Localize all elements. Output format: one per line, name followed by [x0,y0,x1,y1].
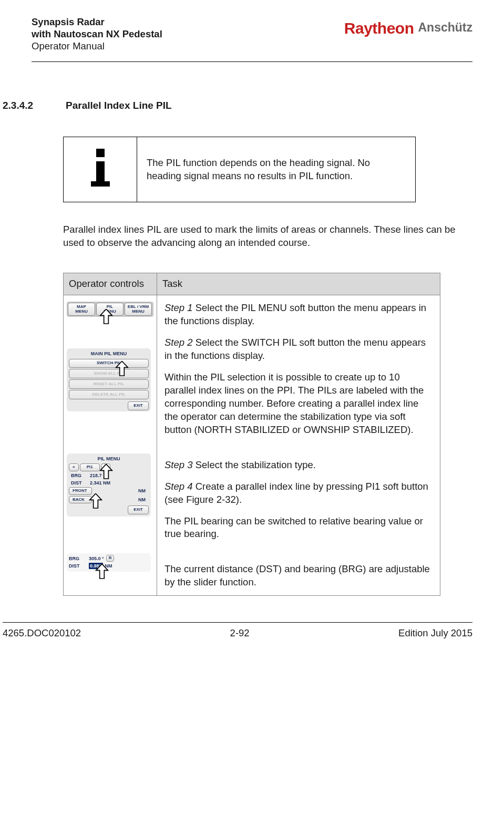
pil-exit-button[interactable]: EXIT [128,505,149,514]
section-heading: 2.3.4.2 Parallel Index Line PIL [3,99,472,112]
pil-dist-label: DIST [69,480,89,486]
step3-label: Step 3 [164,459,193,470]
task-para2: The PIL bearing can be switched to relat… [164,515,433,541]
task-para3: The current distance (DST) and bearing (… [164,563,433,589]
page-footer: 4265.DOC020102 2-92 Edition July 2015 [3,622,472,640]
pi1-button[interactable]: PI1 [80,463,100,471]
show-all-pil-button[interactable]: SHOW ALL PIL [69,369,149,378]
section-number: 2.3.4.2 [3,99,66,112]
info-icon-cell [64,137,137,202]
brg-value: 305.0 ° [89,555,104,562]
footer-doc: 4265.DOC020102 [3,627,81,640]
step2-text: Select the SWITCH PIL soft button the me… [164,337,426,361]
cursor-arrow-icon [89,493,102,509]
raytheon-logo: Raytheon [344,18,414,39]
pil-menu-title: PIL MENU [69,456,149,462]
brg-dist-panel: BRG 305.0 ° R DIST 0.981 NM [67,553,151,572]
section-title: Parallel Index Line PIL [66,99,172,112]
col-header-task: Task [157,273,440,295]
cursor-arrow-icon [99,464,113,480]
info-note-text: The PIL function depends on the heading … [137,137,416,202]
pi-prev-button[interactable]: < [69,463,79,471]
footer-page: 2-92 [230,627,250,640]
cursor-arrow-icon [115,361,129,377]
operator-controls-cell: MAP MENU PIL MENU EBL / VRM MENU MAIN PI… [64,295,157,596]
step4-text: Create a parallel index line by pressing… [164,481,428,505]
main-pil-exit-button[interactable]: EXIT [128,401,149,410]
header-line3: Operator Manual [32,40,162,52]
info-note-table: The PIL function depends on the heading … [63,137,416,202]
ebl-vrm-menu-button[interactable]: EBL / VRM MENU [125,303,152,316]
brg-mode-button[interactable]: R [106,555,115,562]
pil-brg-value: 218.7 [90,472,149,479]
delete-all-pil-button[interactable]: DELETE ALL PIL [69,390,149,399]
main-pil-menu-title: MAIN PIL MENU [69,350,149,357]
step4-label: Step 4 [164,481,193,492]
switch-pil-button[interactable]: SWITCH PIL [69,359,149,368]
brg-label: BRG [69,555,87,562]
anschutz-logo: Anschütz [418,19,473,36]
step1-label: Step 1 [164,302,193,313]
header-left: Synapsis Radar with Nautoscan NX Pedesta… [32,16,162,52]
task-para1: Within the PIL selection it is possible … [164,371,433,437]
col-header-operator: Operator controls [64,273,157,295]
reset-all-pil-button[interactable]: RESET ALL PIL [69,379,149,389]
dist-label: DIST [69,563,87,569]
pil-menu-panel: PIL MENU < PI1 > BRG218.7 DIST2.341 NM F… [67,453,151,517]
step2-label: Step 2 [164,337,193,348]
step3-text: Select the stabilization type. [196,459,316,470]
pil-brg-label: BRG [69,472,89,479]
header-line1: Synapsis Radar [32,16,162,28]
task-table: Operator controls Task MAP MENU PIL MENU… [63,273,440,596]
cursor-arrow-icon [99,309,113,325]
step1-text: Select the PIL MENU soft button the menu… [164,302,426,326]
page-header: Synapsis Radar with Nautoscan NX Pedesta… [32,16,472,62]
cursor-arrow-icon [95,564,109,580]
main-pil-menu-panel: MAIN PIL MENU SWITCH PIL SHOW ALL PIL RE… [67,348,151,411]
footer-edition: Edition July 2015 [398,627,472,640]
pil-dist-value: 2.341 NM [90,480,149,486]
header-line2: with Nautoscan NX Pedestal [32,28,162,40]
task-cell: Step 1 Select the PIL MENU soft button t… [157,295,440,596]
map-menu-button[interactable]: MAP MENU [68,303,95,316]
intro-paragraph: Parallel index lines PIL are used to mar… [63,223,472,250]
info-icon [91,149,110,187]
header-logo: Raytheon Anschütz [344,18,472,39]
